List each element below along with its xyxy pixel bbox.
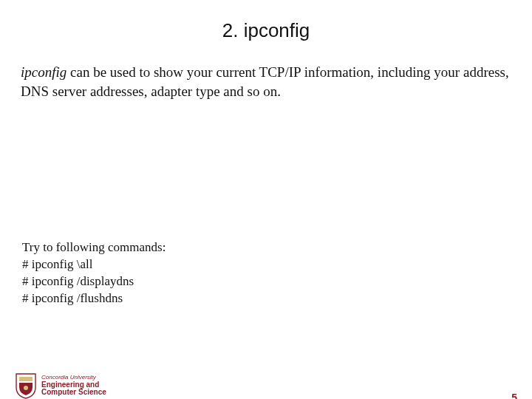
slide: 2. ipconfig ipconfig can be used to show…	[0, 19, 532, 399]
page-number: 5	[510, 392, 519, 399]
command-line: # ipconfig /displaydns	[22, 273, 166, 290]
body-paragraph: ipconfig can be used to show your curren…	[21, 63, 511, 100]
university-logo: Concordia University Engineering and Com…	[15, 369, 133, 399]
command-line: # ipconfig /flushdns	[22, 290, 166, 307]
body-text: can be used to show your current TCP/IP …	[21, 64, 509, 99]
commands-intro: Try to following commands:	[22, 239, 166, 256]
logo-faculty-line2: Computer Science	[41, 389, 106, 397]
command-line: # ipconfig \all	[22, 256, 166, 273]
svg-point-0	[24, 386, 28, 390]
logo-text: Concordia University Engineering and Com…	[41, 375, 106, 396]
command-list: Try to following commands: # ipconfig \a…	[22, 239, 166, 307]
command-name-italic: ipconfig	[21, 64, 66, 80]
slide-title: 2. ipconfig	[0, 19, 532, 42]
shield-icon	[15, 372, 37, 399]
footer: Concordia University Engineering and Com…	[0, 375, 532, 399]
